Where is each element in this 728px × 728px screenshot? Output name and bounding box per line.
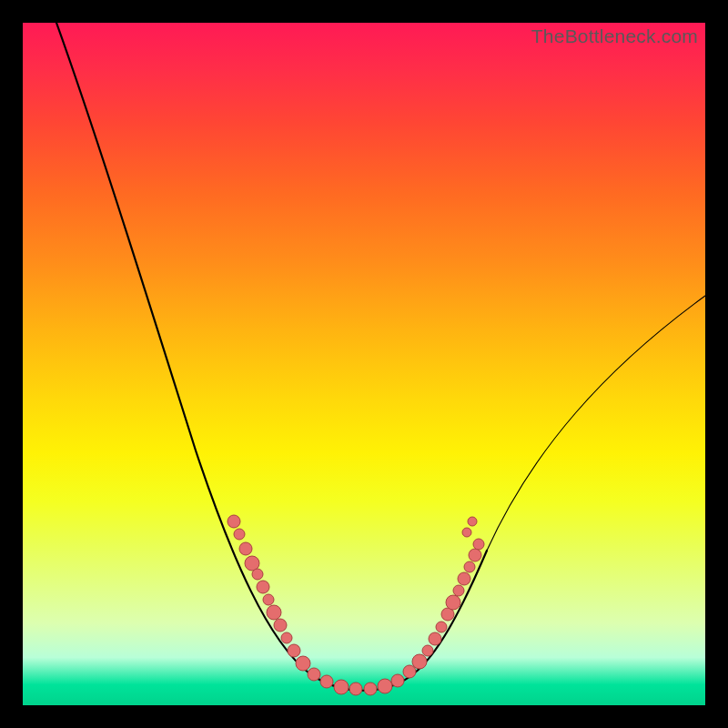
plot-area: TheBottleneck.com [23,23,705,705]
curve-path-right [487,296,705,551]
svg-point-14 [334,680,349,694]
svg-point-13 [320,675,333,688]
curve-path [56,23,487,691]
svg-point-22 [429,632,441,645]
svg-point-1 [234,529,245,540]
svg-point-24 [441,608,454,621]
svg-point-6 [263,594,274,605]
svg-point-11 [296,656,310,671]
svg-point-29 [469,549,481,561]
svg-point-16 [364,682,377,695]
svg-point-9 [281,632,292,643]
svg-point-2 [239,542,252,555]
svg-point-5 [257,581,269,593]
svg-point-8 [274,619,287,632]
svg-point-21 [422,645,433,656]
svg-point-26 [453,585,464,596]
svg-point-0 [228,515,240,528]
svg-point-32 [468,517,477,526]
svg-point-15 [349,682,362,695]
svg-point-30 [473,539,484,550]
svg-point-23 [436,622,447,632]
svg-point-3 [245,556,259,571]
svg-point-17 [378,679,392,693]
svg-point-4 [252,569,263,580]
svg-point-10 [288,644,300,657]
watermark-label: TheBottleneck.com [531,25,698,47]
bottleneck-curve [23,23,705,705]
chart-frame: TheBottleneck.com [0,0,728,728]
svg-point-18 [391,674,404,687]
svg-point-7 [267,605,281,620]
svg-point-20 [412,654,427,669]
highlight-dots [228,515,484,695]
svg-point-12 [308,668,320,681]
svg-point-28 [464,561,475,572]
svg-point-27 [458,572,470,585]
svg-point-25 [446,595,460,610]
svg-point-31 [462,528,471,537]
svg-point-19 [403,665,416,678]
